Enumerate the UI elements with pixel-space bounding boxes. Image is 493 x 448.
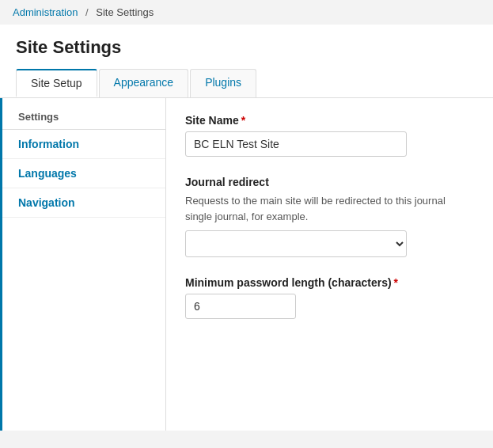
- sidebar-item-navigation[interactable]: Navigation: [2, 188, 165, 218]
- page-title: Site Settings: [16, 37, 477, 58]
- journal-redirect-description: Requests to the main site will be redire…: [185, 193, 474, 224]
- site-name-input[interactable]: [185, 131, 407, 157]
- page-header: Site Settings Site Setup Appearance Plug…: [0, 25, 493, 98]
- min-password-required-star: *: [394, 276, 398, 289]
- tab-plugins[interactable]: Plugins: [190, 69, 256, 97]
- min-password-label: Minimum password length (characters)*: [185, 276, 474, 289]
- tab-appearance[interactable]: Appearance: [99, 69, 189, 97]
- site-name-label: Site Name*: [185, 114, 474, 127]
- sidebar-heading: Settings: [2, 98, 165, 130]
- main-content: Site Name* Journal redirect Requests to …: [166, 98, 493, 431]
- breadcrumb: Administration / Site Settings: [0, 0, 493, 25]
- journal-redirect-field-group: Journal redirect Requests to the main si…: [185, 176, 474, 257]
- site-name-required-star: *: [241, 114, 245, 127]
- sidebar-item-languages[interactable]: Languages: [2, 159, 165, 188]
- journal-redirect-label: Journal redirect: [185, 176, 474, 188]
- breadcrumb-current: Site Settings: [96, 6, 154, 18]
- sidebar-item-information[interactable]: Information: [2, 130, 165, 159]
- min-password-field-group: Minimum password length (characters)*: [185, 276, 474, 319]
- tab-bar: Site Setup Appearance Plugins: [16, 69, 477, 97]
- breadcrumb-admin-link[interactable]: Administration: [13, 6, 78, 18]
- tab-site-setup[interactable]: Site Setup: [16, 69, 97, 97]
- site-name-field-group: Site Name*: [185, 114, 474, 157]
- content-area: Settings Information Languages Navigatio…: [0, 98, 493, 431]
- journal-redirect-select[interactable]: [185, 230, 407, 257]
- breadcrumb-separator: /: [85, 6, 89, 18]
- sidebar: Settings Information Languages Navigatio…: [0, 98, 166, 431]
- min-password-input[interactable]: [185, 294, 296, 319]
